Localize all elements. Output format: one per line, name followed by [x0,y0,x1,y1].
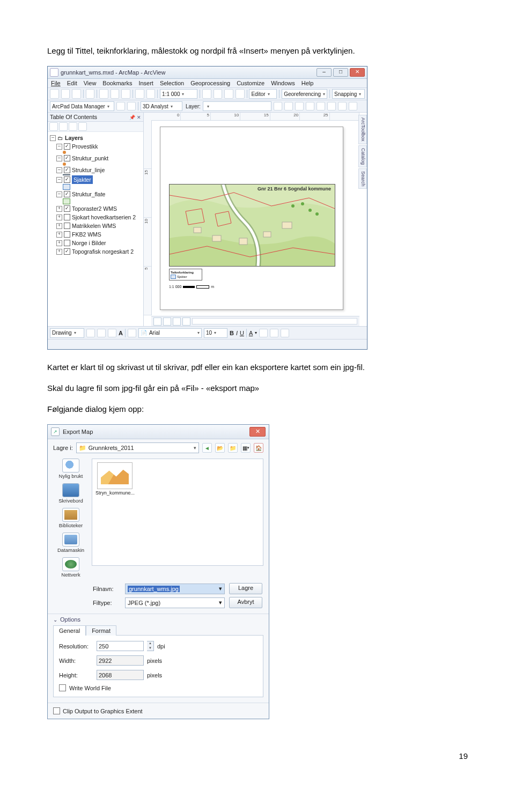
tool-icon[interactable] [274,102,282,110]
file-thumbnail[interactable]: Stryn_kommune... [95,462,134,496]
tool-icon[interactable] [284,102,293,110]
new-icon[interactable] [50,89,59,99]
drawing-dropdown[interactable]: Drawing▾ [50,328,84,338]
line-color-icon[interactable] [270,329,278,337]
tool-icon[interactable] [202,89,211,99]
maximize-button[interactable]: □ [333,68,348,77]
pause-icon[interactable] [182,318,190,326]
place-recent[interactable]: Nylig brukt [59,459,83,479]
tab-format[interactable]: Format [86,625,116,636]
layer-item[interactable]: +Sjokart hovedkartserien 2 [50,213,141,222]
minimize-button[interactable]: – [317,68,332,77]
georeferencing-dropdown[interactable]: Georeferencing▾ [282,89,327,99]
page-layout[interactable]: Gnr 21 Bnr 6 Sogndal kommune Teiknforkla… [160,127,343,310]
3d-analyst-dropdown[interactable]: 3D Analyst▾ [141,101,182,111]
save-button[interactable]: Lagre [229,583,262,594]
home-icon[interactable]: 🏠 [254,443,263,453]
tool-icon[interactable] [224,89,233,99]
layer-item[interactable]: –✓Provestikk [50,142,141,151]
resolution-spinner[interactable]: ▲▼ [147,641,154,651]
menu-selection[interactable]: Selection [160,80,184,86]
menu-customize[interactable]: Customize [237,80,264,86]
rotate-icon[interactable] [97,329,106,337]
layer-item[interactable]: +FKB2 WMS [50,230,141,239]
place-computer[interactable]: Datamaskin [57,533,84,553]
tab-catalog[interactable]: Catalog [358,145,367,167]
views-icon[interactable]: ▦▾ [241,443,251,453]
bold-button[interactable]: B [230,330,234,336]
tool-icon[interactable] [349,102,357,110]
layers-root[interactable]: –🗀Layers [50,134,141,142]
refresh-icon[interactable] [173,318,181,326]
place-desktop[interactable]: Skrivebord [58,483,83,504]
font-dropdown[interactable]: 📄Arial▾ [138,328,202,338]
print-icon[interactable] [86,89,95,99]
layer-dropdown[interactable]: ▾ [203,101,271,111]
underline-button[interactable]: U [240,330,244,336]
save-icon[interactable] [72,89,81,99]
menu-windows[interactable]: Windows [271,80,295,86]
options-header[interactable]: ⌄ Options [48,614,269,625]
menu-file[interactable]: File [51,80,61,86]
tool-icon[interactable] [327,102,336,110]
font-color-button[interactable]: A [249,330,253,336]
pin-icon[interactable]: 📌 [129,115,135,120]
map-frame[interactable] [169,184,335,267]
fill-color-icon[interactable] [259,329,268,337]
layer-item[interactable]: +Norge i Bilder [50,239,141,247]
write-world-file-checkbox[interactable] [59,684,66,691]
resolution-input[interactable]: 250 [97,641,144,651]
list-by-visibility-icon[interactable] [69,122,77,131]
layer-item[interactable]: +✓Toporaster2 WMS [50,204,141,213]
menu-view[interactable]: View [84,80,97,86]
place-libraries[interactable]: Biblioteker [59,508,83,528]
arcpad-dropdown[interactable]: ArcPad Data Manager▾ [50,101,114,111]
paste-icon[interactable] [121,89,130,99]
tab-arctoolbox[interactable]: ArcToolbox [358,115,367,144]
open-icon[interactable] [61,89,70,99]
tab-search[interactable]: Search [358,168,367,189]
text-tool-icon[interactable] [128,329,136,337]
tool-icon[interactable] [214,89,223,99]
tool-icon[interactable] [236,89,245,99]
list-by-source-icon[interactable] [59,122,68,131]
layout-canvas[interactable]: 0510152025 15105 [144,113,367,326]
tool-icon[interactable] [127,102,136,110]
copy-icon[interactable] [111,89,120,99]
filetype-dropdown[interactable]: JPEG (*.jpg)▾ [125,597,225,608]
layer-item[interactable]: –✓Struktur_flate [50,190,141,198]
layer-item[interactable]: +✓Topografisk norgeskart 2 [50,247,141,256]
marker-color-icon[interactable] [281,329,289,337]
new-folder-icon[interactable]: 📁 [228,443,238,453]
filename-input[interactable]: grunnkart_wms.jpg▾ [125,584,225,594]
menu-bookmarks[interactable]: Bookmarks [102,80,132,86]
list-by-selection-icon[interactable] [78,122,87,131]
up-folder-icon[interactable]: 📂 [215,443,225,453]
data-view-icon[interactable] [153,318,161,326]
redo-icon[interactable] [146,89,156,99]
clip-output-checkbox[interactable] [53,707,60,714]
list-by-drawing-order-icon[interactable] [49,122,58,131]
save-in-dropdown[interactable]: 📁Grunnkrets_2011▾ [76,442,199,453]
back-icon[interactable]: ◄ [202,443,212,453]
layer-item-selected[interactable]: –✓Sjakter [50,175,141,184]
scale-dropdown[interactable]: 1:1 000▾ [160,89,197,99]
toc-close-icon[interactable]: ✕ [137,115,141,120]
tool-icon[interactable] [338,102,347,110]
close-button[interactable]: ✕ [350,68,365,77]
tool-icon[interactable] [306,102,314,110]
tool-icon[interactable] [317,102,325,110]
scrollbar-horizontal[interactable] [192,318,357,324]
menu-help[interactable]: Help [301,80,314,86]
tool-icon[interactable] [295,102,304,110]
layer-item[interactable]: –✓Struktur_linje [50,166,141,174]
editor-dropdown[interactable]: Editor▾ [249,89,277,99]
layout-view-icon[interactable] [163,318,171,326]
tab-general[interactable]: General [53,625,86,636]
menu-insert[interactable]: Insert [138,80,153,86]
tool-icon[interactable] [116,102,125,110]
font-size-dropdown[interactable]: 10▾ [204,328,227,338]
dialog-close-button[interactable]: ✕ [249,427,266,437]
italic-button[interactable]: I [236,330,238,336]
cut-icon[interactable] [99,89,108,99]
